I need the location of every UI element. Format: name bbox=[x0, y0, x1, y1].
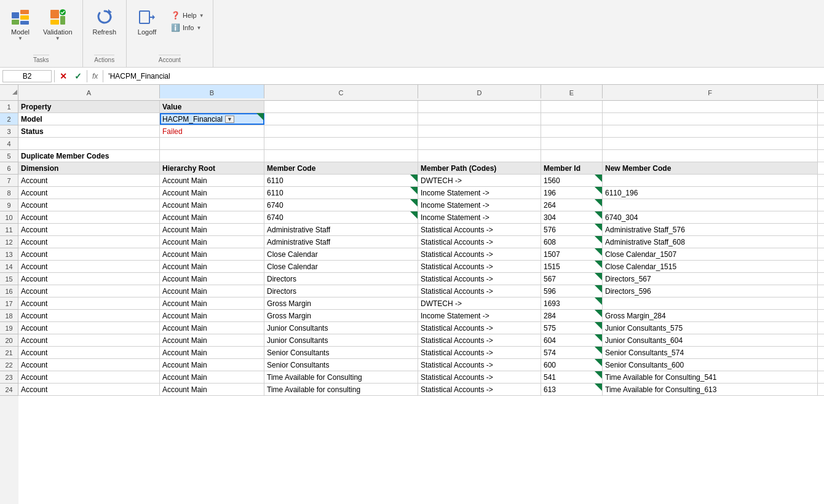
cell-B21[interactable]: Account Main bbox=[160, 347, 264, 358]
row-header-5[interactable]: 5 bbox=[0, 150, 18, 162]
select-all-icon[interactable] bbox=[0, 85, 18, 98]
cell-A17[interactable]: Account bbox=[18, 297, 160, 309]
cell-A15[interactable]: Account bbox=[18, 273, 160, 285]
cell-D20[interactable]: Statistical Accounts -> bbox=[418, 334, 541, 346]
cell-A14[interactable]: Account bbox=[18, 261, 160, 272]
row-header-15[interactable]: 15 bbox=[0, 273, 18, 285]
cell-B2[interactable]: HACPM_Financial ▼ bbox=[160, 113, 264, 125]
cell-A3[interactable]: Status bbox=[18, 125, 160, 137]
cell-F19[interactable]: Junior Consultants_575 bbox=[603, 322, 818, 334]
cell-E2[interactable] bbox=[541, 113, 603, 125]
logoff-button[interactable]: Logoff bbox=[132, 5, 162, 38]
row-header-23[interactable]: 23 bbox=[0, 371, 18, 384]
cell-C20[interactable]: Junior Consultants bbox=[264, 334, 418, 346]
cell-E16[interactable]: 596 bbox=[541, 285, 603, 297]
cell-B12[interactable]: Account Main bbox=[160, 236, 264, 248]
cell-C14[interactable]: Close Calendar bbox=[264, 261, 418, 272]
model-dropdown-button[interactable]: ▼ bbox=[225, 116, 234, 123]
cell-D1[interactable] bbox=[418, 101, 541, 112]
cell-E15[interactable]: 567 bbox=[541, 273, 603, 285]
cell-F12[interactable]: Administrative Staff_608 bbox=[603, 236, 818, 248]
cell-D8[interactable]: Income Statement -> bbox=[418, 187, 541, 199]
cell-A20[interactable]: Account bbox=[18, 334, 160, 346]
validation-button[interactable]: Validation ▼ bbox=[38, 5, 77, 44]
row-header-11[interactable]: 11 bbox=[0, 224, 18, 236]
cell-F8[interactable]: 6110_196 bbox=[603, 187, 818, 199]
cell-D11[interactable]: Statistical Accounts -> bbox=[418, 224, 541, 235]
cell-B10[interactable]: Account Main bbox=[160, 211, 264, 223]
cell-F4[interactable] bbox=[603, 138, 818, 149]
model-button[interactable]: Model ▼ bbox=[5, 5, 36, 44]
row-header-21[interactable]: 21 bbox=[0, 347, 18, 359]
cell-E24[interactable]: 613 bbox=[541, 384, 603, 395]
help-button[interactable]: ❓ Help ▼ bbox=[167, 10, 208, 21]
cell-B5[interactable] bbox=[160, 150, 264, 162]
cell-C17[interactable]: Gross Margin bbox=[264, 297, 418, 309]
cell-F11[interactable]: Administrative Staff_576 bbox=[603, 224, 818, 235]
refresh-button[interactable]: Refresh bbox=[88, 5, 122, 38]
cell-F2[interactable] bbox=[603, 113, 818, 125]
cell-D14[interactable]: Statistical Accounts -> bbox=[418, 261, 541, 272]
row-header-19[interactable]: 19 bbox=[0, 322, 18, 334]
cell-D9[interactable]: Income Statement -> bbox=[418, 199, 541, 211]
cell-B8[interactable]: Account Main bbox=[160, 187, 264, 199]
cell-A5[interactable]: Duplicate Member Codes bbox=[18, 150, 160, 162]
cell-E11[interactable]: 576 bbox=[541, 224, 603, 235]
row-header-6[interactable]: 6 bbox=[0, 162, 18, 175]
cell-D3[interactable] bbox=[418, 125, 541, 137]
cell-D24[interactable]: Statistical Accounts -> bbox=[418, 384, 541, 395]
cell-A7[interactable]: Account bbox=[18, 175, 160, 186]
info-button[interactable]: ℹ️ Info ▼ bbox=[167, 22, 208, 33]
cell-A8[interactable]: Account bbox=[18, 187, 160, 199]
cell-B15[interactable]: Account Main bbox=[160, 273, 264, 285]
cell-B9[interactable]: Account Main bbox=[160, 199, 264, 211]
row-header-9[interactable]: 9 bbox=[0, 199, 18, 211]
cell-B4[interactable] bbox=[160, 138, 264, 149]
cell-C6[interactable]: Member Code bbox=[264, 162, 418, 174]
cell-B23[interactable]: Account Main bbox=[160, 371, 264, 383]
cell-D4[interactable] bbox=[418, 138, 541, 149]
cell-C11[interactable]: Administrative Staff bbox=[264, 224, 418, 235]
cell-A6[interactable]: Dimension bbox=[18, 162, 160, 174]
cell-A18[interactable]: Account bbox=[18, 310, 160, 321]
cell-C1[interactable] bbox=[264, 101, 418, 112]
cell-F10[interactable]: 6740_304 bbox=[603, 211, 818, 223]
cell-F24[interactable]: Time Available for Consulting_613 bbox=[603, 384, 818, 395]
cell-C4[interactable] bbox=[264, 138, 418, 149]
cell-F6[interactable]: New Member Code bbox=[603, 162, 818, 174]
cell-B17[interactable]: Account Main bbox=[160, 297, 264, 309]
cell-F14[interactable]: Close Calendar_1515 bbox=[603, 261, 818, 272]
cell-A2[interactable]: Model bbox=[18, 113, 160, 125]
col-header-D[interactable]: D bbox=[418, 85, 541, 98]
cell-B24[interactable]: Account Main bbox=[160, 384, 264, 395]
cell-F3[interactable] bbox=[603, 125, 818, 137]
cell-C19[interactable]: Junior Consultants bbox=[264, 322, 418, 334]
cell-C15[interactable]: Directors bbox=[264, 273, 418, 285]
row-header-8[interactable]: 8 bbox=[0, 187, 18, 199]
formula-input[interactable] bbox=[106, 71, 822, 82]
cell-D19[interactable]: Statistical Accounts -> bbox=[418, 322, 541, 334]
cell-B11[interactable]: Account Main bbox=[160, 224, 264, 235]
cell-D16[interactable]: Statistical Accounts -> bbox=[418, 285, 541, 297]
cell-C8[interactable]: 6110 bbox=[264, 187, 418, 199]
cell-D12[interactable]: Statistical Accounts -> bbox=[418, 236, 541, 248]
cell-E12[interactable]: 608 bbox=[541, 236, 603, 248]
col-header-A[interactable]: A bbox=[18, 85, 160, 98]
row-header-20[interactable]: 20 bbox=[0, 334, 18, 347]
cell-D2[interactable] bbox=[418, 113, 541, 125]
row-header-14[interactable]: 14 bbox=[0, 261, 18, 273]
cell-B22[interactable]: Account Main bbox=[160, 359, 264, 371]
cell-A22[interactable]: Account bbox=[18, 359, 160, 371]
cell-E13[interactable]: 1507 bbox=[541, 248, 603, 260]
cell-A1[interactable]: Property bbox=[18, 101, 160, 112]
cell-E6[interactable]: Member Id bbox=[541, 162, 603, 174]
row-header-13[interactable]: 13 bbox=[0, 248, 18, 261]
cell-C18[interactable]: Gross Margin bbox=[264, 310, 418, 321]
cell-D10[interactable]: Income Statement -> bbox=[418, 211, 541, 223]
cell-E23[interactable]: 541 bbox=[541, 371, 603, 383]
col-header-C[interactable]: C bbox=[264, 85, 418, 98]
cell-B16[interactable]: Account Main bbox=[160, 285, 264, 297]
cell-C13[interactable]: Close Calendar bbox=[264, 248, 418, 260]
cell-C7[interactable]: 6110 bbox=[264, 175, 418, 186]
cell-E9[interactable]: 264 bbox=[541, 199, 603, 211]
